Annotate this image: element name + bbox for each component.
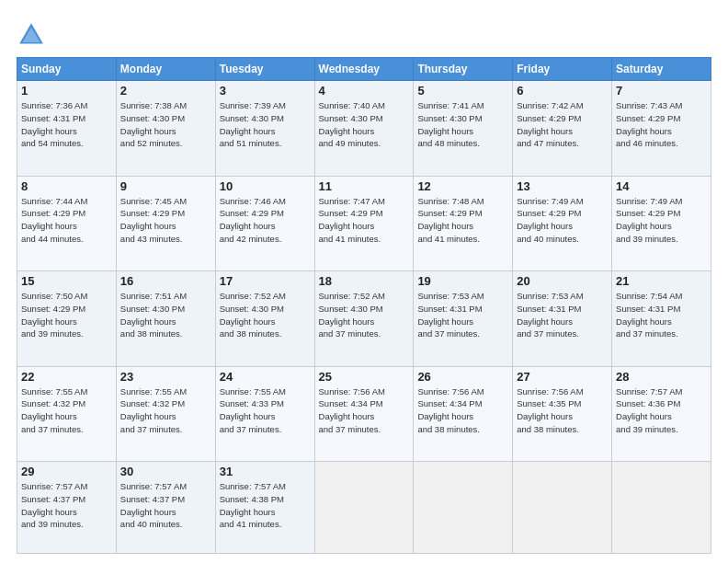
calendar-cell: 4 Sunrise: 7:40 AMSunset: 4:30 PMDayligh… <box>314 81 414 177</box>
calendar-week-row: 15 Sunrise: 7:50 AMSunset: 4:29 PMDaylig… <box>17 271 711 367</box>
calendar-header-tuesday: Tuesday <box>215 58 314 81</box>
day-info: Sunrise: 7:39 AMSunset: 4:30 PMDaylight … <box>220 100 286 148</box>
day-number: 12 <box>417 179 508 193</box>
calendar-cell: 15 Sunrise: 7:50 AMSunset: 4:29 PMDaylig… <box>17 271 117 367</box>
day-number: 28 <box>616 370 707 384</box>
calendar-cell <box>414 462 513 554</box>
calendar-cell: 1 Sunrise: 7:36 AMSunset: 4:31 PMDayligh… <box>17 81 117 177</box>
calendar-cell: 12 Sunrise: 7:48 AMSunset: 4:29 PMDaylig… <box>414 176 513 271</box>
day-info: Sunrise: 7:51 AMSunset: 4:30 PMDaylight … <box>120 291 187 339</box>
day-info: Sunrise: 7:56 AMSunset: 4:34 PMDaylight … <box>319 386 385 434</box>
calendar-cell: 31 Sunrise: 7:57 AMSunset: 4:38 PMDaylig… <box>215 462 314 554</box>
day-number: 25 <box>319 370 410 384</box>
day-number: 4 <box>319 84 410 98</box>
day-number: 1 <box>21 84 112 98</box>
day-info: Sunrise: 7:47 AMSunset: 4:29 PMDaylight … <box>319 196 385 244</box>
calendar-week-row: 29 Sunrise: 7:57 AMSunset: 4:37 PMDaylig… <box>17 462 711 554</box>
calendar-table: SundayMondayTuesdayWednesdayThursdayFrid… <box>17 57 711 554</box>
calendar-cell: 6 Sunrise: 7:42 AMSunset: 4:29 PMDayligh… <box>513 81 612 177</box>
calendar-cell: 14 Sunrise: 7:49 AMSunset: 4:29 PMDaylig… <box>612 176 711 271</box>
day-number: 20 <box>517 274 608 288</box>
day-info: Sunrise: 7:57 AMSunset: 4:38 PMDaylight … <box>220 481 286 529</box>
day-number: 19 <box>417 274 508 288</box>
day-number: 27 <box>517 370 608 384</box>
logo-icon <box>17 20 46 50</box>
day-info: Sunrise: 7:52 AMSunset: 4:30 PMDaylight … <box>319 291 385 339</box>
day-number: 11 <box>319 179 410 193</box>
calendar-header-saturday: Saturday <box>612 58 711 81</box>
day-info: Sunrise: 7:38 AMSunset: 4:30 PMDaylight … <box>120 100 187 148</box>
day-number: 13 <box>517 179 608 193</box>
day-number: 8 <box>21 179 112 193</box>
calendar-cell: 29 Sunrise: 7:57 AMSunset: 4:37 PMDaylig… <box>17 462 117 554</box>
calendar-cell: 5 Sunrise: 7:41 AMSunset: 4:30 PMDayligh… <box>414 81 513 177</box>
calendar-header-sunday: Sunday <box>17 58 117 81</box>
calendar-week-row: 1 Sunrise: 7:36 AMSunset: 4:31 PMDayligh… <box>17 81 711 177</box>
calendar-week-row: 22 Sunrise: 7:55 AMSunset: 4:32 PMDaylig… <box>17 366 711 462</box>
calendar-header-row: SundayMondayTuesdayWednesdayThursdayFrid… <box>17 58 711 81</box>
day-number: 2 <box>120 84 211 98</box>
day-info: Sunrise: 7:55 AMSunset: 4:32 PMDaylight … <box>21 386 87 434</box>
calendar-cell: 2 Sunrise: 7:38 AMSunset: 4:30 PMDayligh… <box>116 81 215 177</box>
calendar-cell: 19 Sunrise: 7:53 AMSunset: 4:31 PMDaylig… <box>414 271 513 367</box>
calendar-cell: 3 Sunrise: 7:39 AMSunset: 4:30 PMDayligh… <box>215 81 314 177</box>
day-info: Sunrise: 7:42 AMSunset: 4:29 PMDaylight … <box>517 100 583 148</box>
calendar-cell: 25 Sunrise: 7:56 AMSunset: 4:34 PMDaylig… <box>314 366 414 462</box>
calendar-cell: 9 Sunrise: 7:45 AMSunset: 4:29 PMDayligh… <box>116 176 215 271</box>
day-info: Sunrise: 7:41 AMSunset: 4:30 PMDaylight … <box>417 100 483 148</box>
day-number: 30 <box>120 465 211 478</box>
calendar-cell: 28 Sunrise: 7:57 AMSunset: 4:36 PMDaylig… <box>612 366 711 462</box>
calendar-cell <box>612 462 711 554</box>
calendar-cell: 18 Sunrise: 7:52 AMSunset: 4:30 PMDaylig… <box>314 271 414 367</box>
logo <box>17 20 50 50</box>
day-info: Sunrise: 7:57 AMSunset: 4:37 PMDaylight … <box>21 481 87 529</box>
calendar-cell: 10 Sunrise: 7:46 AMSunset: 4:29 PMDaylig… <box>215 176 314 271</box>
day-info: Sunrise: 7:55 AMSunset: 4:33 PMDaylight … <box>220 386 286 434</box>
calendar-cell: 20 Sunrise: 7:53 AMSunset: 4:31 PMDaylig… <box>513 271 612 367</box>
calendar-header-friday: Friday <box>513 58 612 81</box>
day-number: 14 <box>616 179 707 193</box>
day-number: 5 <box>417 84 508 98</box>
day-info: Sunrise: 7:50 AMSunset: 4:29 PMDaylight … <box>21 291 87 339</box>
day-info: Sunrise: 7:53 AMSunset: 4:31 PMDaylight … <box>517 291 583 339</box>
day-info: Sunrise: 7:49 AMSunset: 4:29 PMDaylight … <box>517 196 583 244</box>
day-info: Sunrise: 7:36 AMSunset: 4:31 PMDaylight … <box>21 100 87 148</box>
day-number: 7 <box>616 84 707 98</box>
day-info: Sunrise: 7:56 AMSunset: 4:34 PMDaylight … <box>417 386 483 434</box>
calendar-cell: 23 Sunrise: 7:55 AMSunset: 4:32 PMDaylig… <box>116 366 215 462</box>
day-number: 6 <box>517 84 608 98</box>
day-number: 17 <box>220 274 311 288</box>
day-number: 15 <box>21 274 112 288</box>
day-number: 23 <box>120 370 211 384</box>
calendar-header-monday: Monday <box>116 58 215 81</box>
calendar-cell: 26 Sunrise: 7:56 AMSunset: 4:34 PMDaylig… <box>414 366 513 462</box>
day-number: 24 <box>220 370 311 384</box>
day-number: 16 <box>120 274 211 288</box>
calendar-cell <box>314 462 414 554</box>
day-number: 26 <box>417 370 508 384</box>
day-number: 31 <box>220 465 311 478</box>
calendar-cell: 8 Sunrise: 7:44 AMSunset: 4:29 PMDayligh… <box>17 176 117 271</box>
day-number: 9 <box>120 179 211 193</box>
day-number: 18 <box>319 274 410 288</box>
calendar-cell: 30 Sunrise: 7:57 AMSunset: 4:37 PMDaylig… <box>116 462 215 554</box>
day-info: Sunrise: 7:44 AMSunset: 4:29 PMDaylight … <box>21 196 87 244</box>
calendar-cell: 13 Sunrise: 7:49 AMSunset: 4:29 PMDaylig… <box>513 176 612 271</box>
day-info: Sunrise: 7:56 AMSunset: 4:35 PMDaylight … <box>517 386 583 434</box>
calendar-cell: 21 Sunrise: 7:54 AMSunset: 4:31 PMDaylig… <box>612 271 711 367</box>
calendar-cell <box>513 462 612 554</box>
day-number: 10 <box>220 179 311 193</box>
day-info: Sunrise: 7:53 AMSunset: 4:31 PMDaylight … <box>417 291 483 339</box>
day-info: Sunrise: 7:52 AMSunset: 4:30 PMDaylight … <box>220 291 286 339</box>
page: SundayMondayTuesdayWednesdayThursdayFrid… <box>0 0 728 563</box>
day-info: Sunrise: 7:55 AMSunset: 4:32 PMDaylight … <box>120 386 187 434</box>
day-info: Sunrise: 7:49 AMSunset: 4:29 PMDaylight … <box>616 196 682 244</box>
day-info: Sunrise: 7:40 AMSunset: 4:30 PMDaylight … <box>319 100 385 148</box>
day-info: Sunrise: 7:48 AMSunset: 4:29 PMDaylight … <box>417 196 483 244</box>
calendar-cell: 7 Sunrise: 7:43 AMSunset: 4:29 PMDayligh… <box>612 81 711 177</box>
calendar-cell: 22 Sunrise: 7:55 AMSunset: 4:32 PMDaylig… <box>17 366 117 462</box>
calendar-week-row: 8 Sunrise: 7:44 AMSunset: 4:29 PMDayligh… <box>17 176 711 271</box>
day-info: Sunrise: 7:57 AMSunset: 4:37 PMDaylight … <box>120 481 187 529</box>
header <box>17 17 711 50</box>
day-info: Sunrise: 7:45 AMSunset: 4:29 PMDaylight … <box>120 196 187 244</box>
